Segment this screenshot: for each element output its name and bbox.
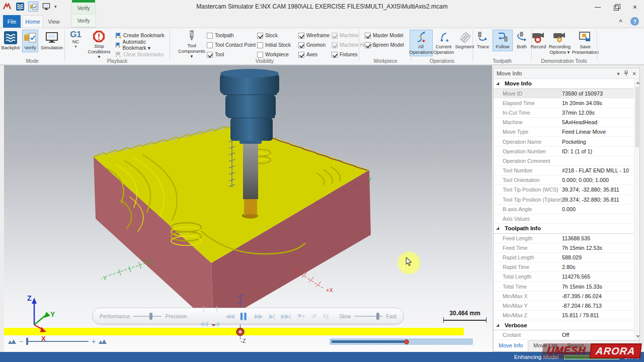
previous-operation-button[interactable]: |◀: [213, 301, 220, 331]
group-label-demo-tools: Demonstration Tools: [532, 58, 596, 64]
bookmark-flag-icon: [115, 42, 121, 48]
panel-row: Tool Tip Position (WCS) 39.374; -32.880;…: [494, 185, 634, 195]
simulation-button[interactable]: Simulation: [39, 30, 64, 52]
trace-button[interactable]: Trace: [474, 30, 492, 51]
speed-slider[interactable]: [354, 313, 382, 320]
move-info-panel: Move Info ▾ ✕ Move Info Move ID 73590 of…: [493, 68, 640, 352]
nc-button[interactable]: G1 NC ▾: [68, 29, 83, 61]
bookmark-flag-icon: [115, 51, 121, 58]
nc-g1-icon: G1: [70, 30, 82, 39]
tab-home[interactable]: Home: [22, 15, 43, 28]
zoom-extent-large-icon[interactable]: [99, 339, 107, 344]
group-label-operations: Operations: [412, 58, 472, 64]
group-label-toolpath: Toolpath: [473, 58, 531, 64]
stop-icon: [93, 30, 105, 43]
neg-y-label: -Y: [101, 275, 107, 281]
current-operation-button[interactable]: Current Operation: [433, 30, 455, 56]
zoom-in-button[interactable]: +: [89, 337, 99, 345]
both-button[interactable]: Both: [513, 30, 530, 51]
stop-conditions-button[interactable]: Stop Conditions ▾: [86, 29, 112, 61]
all-operations-icon: [415, 31, 427, 43]
checkbox-box: [365, 33, 371, 39]
viewport-3d[interactable]: -Y +X Y -Z: [4, 65, 492, 352]
checkbox-box: [332, 52, 338, 58]
verify-icon: [24, 31, 37, 44]
panel-pin-icon[interactable]: [624, 70, 628, 77]
follow-button[interactable]: Follow: [493, 30, 513, 51]
scroll-down-icon[interactable]: [636, 335, 640, 338]
group-workpiece: Master Model Screen Model Workpiece: [360, 29, 411, 64]
tab-file[interactable]: File: [3, 15, 21, 28]
clear-bookmarks-button[interactable]: Clear Bookmarks: [115, 50, 169, 59]
section-collapse-icon: [496, 227, 499, 230]
play-button[interactable]: ▶▶: [253, 309, 264, 324]
loop-backward-button[interactable]: ↺: [310, 309, 317, 324]
next-operation-button[interactable]: ▶|: [268, 309, 276, 324]
timeline-scrollbar-fill: [332, 340, 407, 343]
gnomon-checkbox[interactable]: Gnomon: [298, 40, 330, 50]
collapse-ribbon-icon[interactable]: ^: [619, 19, 622, 25]
close-button[interactable]: ×: [633, 4, 637, 10]
stock-checkbox[interactable]: Stock: [257, 31, 296, 40]
scroll-up-icon[interactable]: [636, 81, 640, 84]
initial-stock-checkbox[interactable]: Initial Stock: [257, 40, 296, 50]
segment-button[interactable]: Segment: [455, 30, 475, 56]
zoom-extent-small-icon[interactable]: [8, 339, 16, 344]
panel-row: Operation Name Pocketing: [494, 137, 634, 146]
checkbox-box: [207, 42, 213, 48]
screen-model-checkbox[interactable]: Screen Model: [365, 40, 411, 50]
checkbox-box: [332, 42, 338, 48]
panel-scrollbar[interactable]: [634, 79, 639, 340]
timeline-zoom-slider[interactable]: [26, 338, 89, 345]
all-operations-button[interactable]: All Operations: [410, 30, 433, 56]
follow-icon: [497, 31, 509, 43]
step-backward-button[interactable]: ◀◀: [224, 309, 235, 324]
checkbox-box: [207, 33, 213, 39]
wireframe-checkbox[interactable]: Wireframe: [298, 31, 330, 40]
timeline-scrollbar[interactable]: [330, 338, 473, 345]
checkbox-box: [365, 42, 371, 48]
panel-close-icon[interactable]: ✕: [632, 71, 636, 76]
workpiece-checkboxes: Master Model Screen Model: [360, 29, 411, 59]
verify-popup-title[interactable]: Verify: [72, 3, 95, 14]
gnomon-z-label: Z: [27, 294, 32, 302]
precision-slider[interactable]: [133, 313, 162, 320]
panel-row: Rapid Time 2.80s: [494, 262, 634, 272]
tab-move-info[interactable]: Move Info: [494, 340, 528, 351]
go-to-start-button[interactable]: |◀◀: [198, 301, 209, 331]
verify-button[interactable]: Verify: [22, 30, 38, 52]
tool-contact-point-checkbox[interactable]: Tool Contact Point: [207, 40, 255, 50]
tool-components-icon: [186, 30, 198, 42]
minimize-button[interactable]: [595, 4, 601, 10]
save-presentation-button[interactable]: Save Presentation: [572, 30, 599, 56]
group-demo-tools: Record Recording Options ▾ Save Presenta…: [532, 29, 596, 64]
panel-rows: Move Info Move ID 73590 of 150973 Elapse…: [494, 79, 634, 340]
verify-popup-item[interactable]: Verify: [72, 14, 95, 27]
panel-dropdown-icon[interactable]: ▾: [617, 71, 620, 76]
master-model-checkbox[interactable]: Master Model: [365, 31, 411, 40]
ribbon-utilities: ^ ?: [619, 17, 639, 26]
scrollbar-thumb[interactable]: [635, 87, 639, 147]
record-button[interactable]: Record: [529, 30, 548, 56]
playback-control-bar: Performance Precision |◀◀|◀◀◀▌▌▶▶▶|▶▶|⚑+…: [92, 308, 404, 324]
toolpath-checkbox[interactable]: Toolpath: [207, 31, 255, 40]
timeline-scrollbar-marker[interactable]: [404, 339, 409, 344]
backplot-button[interactable]: Backplot: [0, 30, 21, 52]
tool-components-button[interactable]: Tool Components ▾: [177, 29, 207, 61]
go-to-end-button[interactable]: ▶▶|: [279, 309, 292, 324]
group-toolpath: Trace Follow Both Toolpath: [473, 29, 531, 64]
checkbox-box: [298, 33, 304, 39]
bookmark-button[interactable]: ⚑+: [295, 309, 306, 324]
automatic-bookmark-button[interactable]: Automatic Bookmark ▾: [115, 40, 169, 49]
tab-view[interactable]: View: [45, 15, 63, 28]
pause-button[interactable]: ▌▌: [239, 309, 250, 324]
group-mode: Backplot Verify Simulation Mode: [1, 29, 63, 64]
loop-forward-button[interactable]: ↻|: [321, 309, 330, 324]
timeline-bar[interactable]: [4, 328, 464, 335]
visibility-checkboxes: Toolpath Tool Contact Point Tool Stock: [207, 29, 378, 61]
restore-button[interactable]: [614, 4, 620, 10]
help-icon[interactable]: ?: [630, 17, 639, 26]
zoom-out-button[interactable]: −: [16, 337, 26, 345]
recording-options-button[interactable]: Recording Options ▾: [547, 30, 572, 56]
slow-label: Slow: [340, 313, 351, 319]
